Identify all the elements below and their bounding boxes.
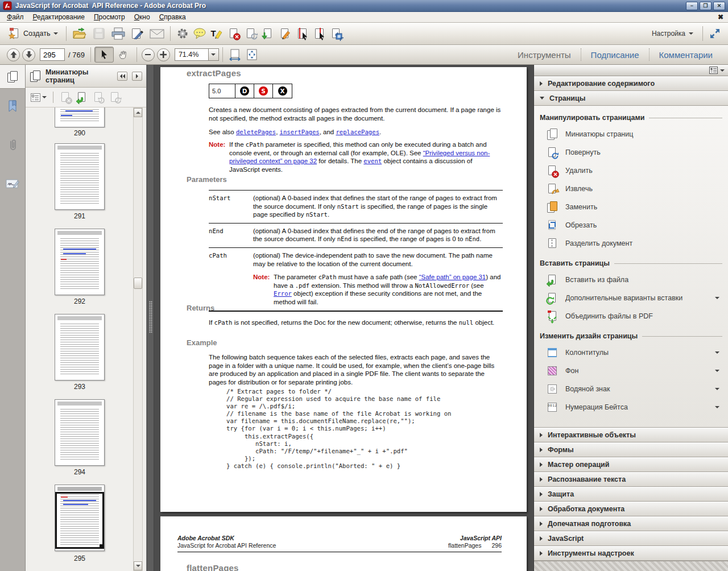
- section-protection[interactable]: Защита: [534, 487, 728, 502]
- section-print-production[interactable]: Допечатная подготовка: [534, 516, 728, 531]
- tab-sign[interactable]: Подписание: [581, 45, 649, 64]
- tool-insert-from-file[interactable]: Вставить из файла: [534, 271, 728, 289]
- crop-pages-button[interactable]: [328, 25, 345, 42]
- section-content-editing[interactable]: Редактирование содержимого: [534, 76, 728, 91]
- print-button[interactable]: [109, 25, 128, 42]
- scroll-down-button[interactable]: [134, 561, 142, 570]
- tab-tools[interactable]: Инструменты: [508, 45, 581, 64]
- delete-pages-button[interactable]: [225, 25, 242, 42]
- tool-header-footer[interactable]: Колонтитулы: [534, 344, 728, 362]
- expand-toolbar-button[interactable]: [706, 25, 723, 42]
- panel-splitter[interactable]: [147, 65, 154, 571]
- split-view-right-button[interactable]: [311, 25, 328, 42]
- thumbnail-options-button[interactable]: [31, 93, 47, 102]
- customize-toolbar-button[interactable]: Настройка: [646, 30, 699, 38]
- section-pages[interactable]: Страницы: [534, 91, 728, 106]
- tool-watermark[interactable]: Водяной знак: [534, 380, 728, 398]
- attachments-tab[interactable]: [0, 133, 25, 157]
- rotate-ccw-thumb-button[interactable]: [93, 92, 104, 103]
- tool-extract[interactable]: Извлечь: [534, 180, 728, 198]
- param-note-text[interactable]: The parameter cPath must have a safe pat…: [274, 273, 503, 306]
- fit-page-button[interactable]: [243, 46, 260, 63]
- dropdown-icon[interactable]: [715, 406, 719, 408]
- section-plugin-tools[interactable]: Инструменты надстроек: [534, 546, 728, 561]
- open-file-button[interactable]: [70, 25, 89, 42]
- rotate-pages-button[interactable]: [242, 25, 259, 42]
- tool-bates-numbering[interactable]: 0012 Нумерация Бейтса: [534, 398, 728, 416]
- split-view-left-button[interactable]: [293, 25, 311, 42]
- thumbnail-295-selected[interactable]: [55, 485, 105, 551]
- tool-split-document[interactable]: Разделить документ: [534, 234, 728, 253]
- insert-from-file-thumb-button[interactable]: [76, 92, 88, 103]
- document-close-icon[interactable]: ✖: [718, 14, 723, 20]
- tool-rotate[interactable]: Повернуть: [534, 143, 728, 162]
- zoom-out-button[interactable]: [142, 48, 155, 61]
- splitter-grip[interactable]: [149, 301, 152, 333]
- rotate-cw-thumb-button[interactable]: [109, 92, 121, 103]
- section-interactive-objects[interactable]: Интерактивные объекты: [534, 428, 728, 442]
- hand-tool-button[interactable]: [114, 47, 133, 63]
- tab-comments[interactable]: Комментарии: [650, 45, 722, 64]
- thumbnail-291[interactable]: [55, 143, 105, 210]
- view-resize-handle[interactable]: [100, 544, 104, 549]
- scroll-up-button[interactable]: [134, 108, 142, 117]
- page-number-input[interactable]: [40, 48, 65, 61]
- dropdown-icon[interactable]: [715, 351, 719, 354]
- thumbnail-294[interactable]: [55, 399, 105, 466]
- note-text[interactable]: If the cPath parameter is specified, thi…: [229, 140, 503, 173]
- dropdown-icon[interactable]: [715, 370, 719, 372]
- scrolling-mode-button[interactable]: [226, 46, 243, 63]
- current-view-rectangle[interactable]: [55, 492, 104, 549]
- thumbnail-293[interactable]: [55, 314, 105, 380]
- document-view[interactable]: extractPages 5.0 D S X Creates a new doc…: [154, 65, 533, 571]
- section-action-wizard[interactable]: Мастер операций: [534, 457, 728, 472]
- restore-button[interactable]: ❐: [700, 2, 712, 10]
- menu-help[interactable]: Справка: [155, 13, 191, 22]
- zoom-dropdown-button[interactable]: [209, 48, 219, 61]
- page-thumbnails-tab[interactable]: [0, 65, 25, 89]
- dropdown-icon[interactable]: [715, 388, 719, 390]
- minimize-button[interactable]: −: [686, 2, 698, 10]
- menu-file[interactable]: Файл: [2, 13, 28, 22]
- tool-background[interactable]: Фон: [534, 362, 728, 380]
- dropdown-icon[interactable]: [715, 297, 719, 299]
- sign-document-button[interactable]: [128, 25, 147, 42]
- panel-forward-button[interactable]: [132, 72, 142, 81]
- select-tool-button[interactable]: [94, 47, 114, 63]
- tool-insert-options[interactable]: Дополнительные варианты вставки: [534, 289, 728, 307]
- collapse-panel-button[interactable]: [117, 72, 127, 81]
- zoom-level-field[interactable]: 71.4%: [175, 48, 209, 61]
- menu-edit[interactable]: Редактирование: [28, 13, 89, 22]
- section-text-recognition[interactable]: Распознавание текста: [534, 472, 728, 487]
- menu-window[interactable]: Окно: [130, 13, 155, 22]
- tool-combine-files[interactable]: Объединить файлы в PDF: [534, 307, 728, 325]
- comment-button[interactable]: [191, 25, 208, 42]
- tool-delete[interactable]: Удалить: [534, 162, 728, 180]
- thumbnail-290[interactable]: [55, 107, 106, 128]
- create-pdf-button[interactable]: Создать: [5, 25, 63, 42]
- panel-options-icon[interactable]: [709, 67, 718, 74]
- scrollbar-thumb[interactable]: [134, 278, 142, 289]
- delete-pages-thumb-button[interactable]: [60, 92, 71, 103]
- save-button[interactable]: [89, 25, 109, 42]
- panel-menu-dropdown-icon[interactable]: [720, 69, 725, 72]
- thumbnail-292[interactable]: [55, 229, 105, 295]
- bookmarks-tab[interactable]: [0, 94, 25, 118]
- tool-crop[interactable]: Обрезать: [534, 216, 728, 234]
- thumbnails-scrollbar[interactable]: [133, 107, 143, 571]
- section-javascript[interactable]: JavaScript: [534, 531, 728, 546]
- menu-view[interactable]: Просмотр: [89, 13, 130, 22]
- zoom-in-button[interactable]: [157, 48, 170, 61]
- edit-page-button[interactable]: [276, 25, 293, 42]
- see-also-line[interactable]: See also deletePages, insertPages, and r…: [209, 128, 503, 136]
- close-button[interactable]: ✕: [713, 2, 725, 10]
- section-forms[interactable]: Формы: [534, 442, 728, 457]
- insert-pages-button[interactable]: [259, 25, 276, 42]
- section-document-processing[interactable]: Обработка документа: [534, 502, 728, 516]
- preferences-button[interactable]: [174, 25, 191, 42]
- tool-replace[interactable]: Заменить: [534, 198, 728, 216]
- signatures-tab[interactable]: [0, 172, 25, 196]
- email-button[interactable]: [147, 25, 167, 42]
- highlight-text-button[interactable]: T: [208, 25, 225, 42]
- next-page-button[interactable]: [22, 48, 35, 61]
